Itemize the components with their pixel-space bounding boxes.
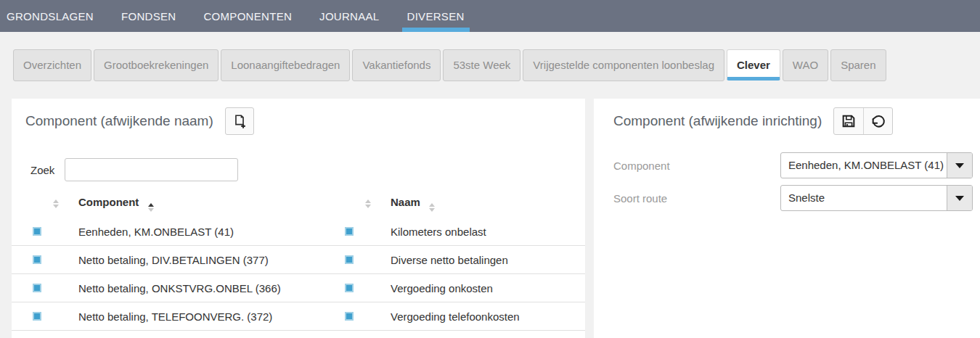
dropdown-button[interactable] — [947, 153, 972, 178]
nav-item-label: GRONDSLAGEN — [7, 10, 94, 22]
nav-item-label: JOURNAAL — [319, 10, 379, 22]
content-area: Component (afwijkende naam) Zoek C — [0, 99, 980, 338]
tab-button[interactable]: Vrijgestelde componenten loonbeslag — [523, 49, 724, 81]
table-row[interactable]: Netto betaling, TELEFOONVERG. (372) Verg… — [12, 302, 585, 331]
cell-component: Netto betaling, DIV.BETALINGEN (377) — [78, 254, 345, 266]
save-icon — [841, 113, 857, 129]
chevron-down-icon — [955, 163, 964, 168]
tab-button[interactable]: Loonaangiftebedragen — [221, 49, 350, 81]
tab-button-label: Sparen — [841, 59, 875, 71]
tab-button-label: 53ste Week — [453, 59, 510, 71]
dropdown[interactable]: Eenheden, KM.ONBELAST (41) — [780, 152, 973, 178]
new-document-icon — [232, 113, 248, 129]
search-input[interactable] — [65, 158, 238, 181]
field-label: Soort route — [613, 192, 667, 205]
tab-button-label: Loonaangiftebedragen — [231, 59, 340, 71]
dropdown-value: Eenheden, KM.ONBELAST (41) — [781, 153, 947, 178]
sort-icon[interactable] — [365, 199, 371, 208]
tab-button[interactable]: Grootboekrekeningen — [94, 49, 219, 81]
table-body: Eenheden, KM.ONBELAST (41) Kilometers on… — [12, 218, 585, 331]
nav-item-label: DIVERSEN — [407, 10, 465, 22]
dropdown-value: Snelste — [781, 186, 947, 210]
tab-button[interactable]: 53ste Week — [443, 49, 520, 81]
panel-component-afwijkende-inrichting: Component (afwijkende inrichting) — [594, 99, 980, 338]
tab-button-label: Clever — [737, 59, 770, 71]
cell-component: Netto betaling, ONKSTVRG.ONBEL (366) — [78, 282, 345, 294]
right-panel-title: Component (afwijkende inrichting) — [613, 113, 822, 129]
table-row[interactable]: Netto betaling, DIV.BETALINGEN (377) Div… — [12, 246, 585, 274]
nav-item-label: FONDSEN — [121, 10, 176, 22]
column-header-component[interactable]: Component — [78, 196, 139, 208]
tab-button-label: Vrijgestelde componenten loonbeslag — [533, 59, 714, 71]
sort-icon[interactable] — [53, 199, 59, 208]
search-label: Zoek — [30, 164, 54, 176]
save-button[interactable] — [834, 108, 863, 134]
cell-naam: Vergoeding telefoonkosten — [391, 310, 585, 323]
search-row: Zoek — [30, 158, 585, 181]
cell-component: Netto betaling, TELEFOONVERG. (372) — [78, 310, 345, 323]
field-label: Component — [613, 160, 670, 172]
sub-tabstrip: Overzichten Grootboekrekeningen Loonaang… — [0, 32, 980, 99]
cell-component: Eenheden, KM.ONBELAST (41) — [78, 226, 345, 238]
sort-asc-icon[interactable] — [148, 203, 154, 212]
tab-button-label: Vakantiefonds — [362, 59, 430, 71]
form-field: Soort route Snelste — [613, 185, 973, 211]
tab-button[interactable]: Sparen — [830, 49, 886, 81]
tab-button-label: Overzichten — [23, 59, 81, 71]
tab-button[interactable]: WAO — [783, 49, 828, 81]
left-panel-title: Component (afwijkende naam) — [25, 113, 213, 129]
dropdown-button[interactable] — [947, 186, 972, 210]
dropdown[interactable]: Snelste — [780, 185, 973, 211]
top-navbar: GRONDSLAGEN FONDSEN COMPONENTEN JOURNAAL… — [0, 0, 980, 32]
blue-square-icon[interactable] — [345, 284, 354, 292]
nav-item[interactable]: COMPONENTEN — [198, 0, 297, 32]
action-button-group — [833, 107, 893, 135]
nav-item[interactable]: JOURNAAL — [314, 0, 384, 32]
chevron-down-icon — [955, 196, 964, 201]
form-area: Component Eenheden, KM.ONBELAST (41) Soo… — [594, 152, 980, 211]
table-row[interactable]: Netto betaling, ONKSTVRG.ONBEL (366) Ver… — [12, 274, 585, 302]
undo-icon — [870, 113, 886, 129]
cell-naam: Vergoeding onkosten — [391, 282, 585, 294]
blue-square-icon[interactable] — [345, 227, 354, 236]
nav-item-label: COMPONENTEN — [203, 10, 292, 22]
sort-icon[interactable] — [429, 203, 435, 212]
blue-square-icon[interactable] — [345, 312, 354, 321]
blue-square-icon[interactable] — [33, 284, 41, 292]
new-record-button[interactable] — [225, 107, 254, 135]
cell-naam: Kilometers onbelast — [391, 226, 585, 238]
blue-square-icon[interactable] — [33, 255, 41, 264]
tab-button-label: WAO — [793, 59, 818, 71]
blue-square-icon[interactable] — [345, 255, 354, 264]
table-row-partial[interactable] — [12, 331, 585, 338]
tab-button[interactable]: Vakantiefonds — [352, 49, 441, 81]
nav-item[interactable]: FONDSEN — [116, 0, 181, 32]
tab-button[interactable]: Overzichten — [13, 49, 91, 81]
nav-item[interactable]: GRONDSLAGEN — [1, 0, 99, 32]
column-header-naam[interactable]: Naam — [391, 196, 420, 208]
table-row[interactable]: Eenheden, KM.ONBELAST (41) Kilometers on… — [12, 218, 585, 246]
tab-button[interactable]: Clever — [727, 49, 780, 81]
cell-naam: Diverse netto betalingen — [391, 254, 585, 266]
form-field: Component Eenheden, KM.ONBELAST (41) — [613, 152, 973, 178]
table-header: Component Naam — [12, 190, 585, 218]
tab-button-label: Grootboekrekeningen — [104, 59, 208, 71]
panel-component-afwijkende-naam: Component (afwijkende naam) Zoek C — [12, 99, 585, 338]
undo-button[interactable] — [863, 108, 892, 134]
nav-item[interactable]: DIVERSEN — [402, 0, 470, 32]
blue-square-icon[interactable] — [33, 227, 41, 236]
blue-square-icon[interactable] — [33, 312, 41, 321]
